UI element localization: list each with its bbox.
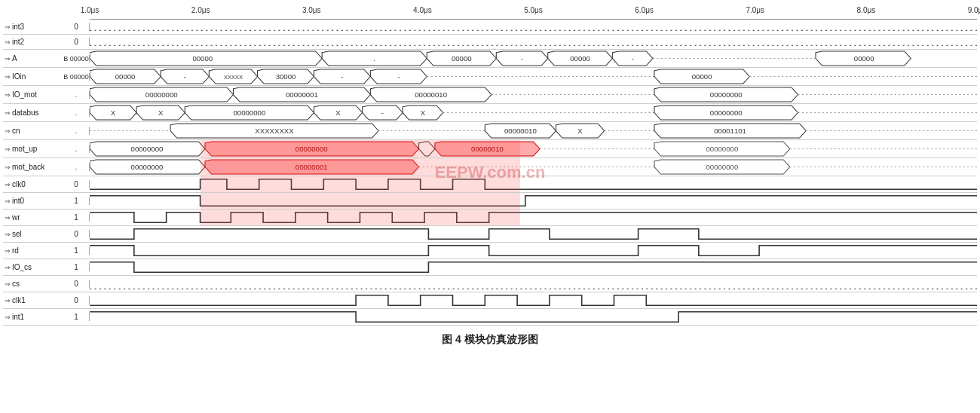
svg-text:X: X — [111, 110, 115, 117]
label-int1: ⇒ int1 — [3, 313, 63, 321]
init-IO_mot: . — [63, 91, 90, 99]
wave-mot_up: 00000000 00000000 00000010 0000000 — [90, 140, 977, 158]
init-int3: 0 — [63, 23, 90, 31]
signal-rows: EEPW.com.cn ⇒ int3 0 ⇒ int2 — [3, 20, 977, 326]
icon-mot_up: ⇒ — [5, 145, 11, 153]
row-cn: ⇒ cn . XXXXXXXX 00000010 X — [3, 122, 977, 140]
icon-A: ⇒ — [5, 55, 11, 63]
row-IO_cs: ⇒ IO_cs 1 — [3, 259, 977, 276]
svg-text:00000000: 00000000 — [710, 110, 743, 117]
row-clk1: ⇒ clk1 0 — [3, 292, 977, 309]
wave-databus: X X 00000000 X - X 00000000 — [90, 104, 977, 121]
tick-2us: 2.0μs — [191, 6, 210, 14]
name-databus: databus — [12, 109, 39, 117]
init-databus: . — [63, 109, 90, 117]
wave-wr — [90, 210, 977, 225]
wave-IOin: 00000 - XXXXX 30000 - - — [90, 68, 977, 85]
row-cs: ⇒ cs 0 — [3, 276, 977, 292]
tick-6us: 6.0μs — [635, 6, 654, 14]
name-mot_back: mot_back — [12, 163, 44, 171]
svg-text:00000000: 00000000 — [233, 110, 265, 117]
label-IOin: ⇒ IOin — [3, 72, 63, 81]
icon-IOin: ⇒ — [5, 73, 11, 81]
svg-text:-: - — [184, 74, 186, 81]
init-int0: 1 — [63, 197, 90, 205]
label-IO_mot: ⇒ IO_mot — [3, 90, 63, 99]
name-A: A — [12, 54, 17, 63]
name-cs: cs — [12, 280, 20, 288]
init-rd: 1 — [63, 246, 90, 255]
wave-int3 — [90, 20, 977, 34]
row-IOin: ⇒ IOin B 00000 00000 - XXXXX 30000 — [3, 68, 977, 86]
icon-int3: ⇒ — [5, 23, 11, 31]
svg-text:-: - — [521, 56, 523, 63]
svg-text:00000: 00000 — [570, 56, 590, 63]
row-databus: ⇒ databus . X X 00000000 X - — [3, 104, 977, 122]
label-A: ⇒ A — [3, 54, 63, 63]
label-clk0: ⇒ clk0 — [3, 180, 63, 188]
tick-4us: 4.0μs — [413, 6, 432, 14]
svg-text:X: X — [158, 110, 163, 117]
init-clk0: 0 — [63, 180, 90, 188]
label-clk1: ⇒ clk1 — [3, 296, 63, 304]
icon-mot_back: ⇒ — [5, 164, 11, 171]
svg-text:XXXXX: XXXXX — [224, 75, 243, 81]
name-clk0: clk0 — [12, 180, 26, 188]
svg-text:00000010: 00000010 — [504, 128, 537, 135]
main-container: 1.0μs 2.0μs 3.0μs 4.0μs 5.0μs 6.0μs 7.0μ… — [0, 0, 980, 350]
tick-1us: 1.0μs — [81, 6, 100, 14]
name-cn: cn — [12, 127, 20, 135]
svg-text:00000000: 00000000 — [131, 164, 164, 171]
label-wr: ⇒ wr — [3, 213, 63, 222]
label-mot_back: ⇒ mot_back — [3, 163, 63, 171]
name-int3: int3 — [12, 23, 24, 31]
svg-text:-: - — [397, 74, 400, 81]
init-A: B 00000 — [63, 55, 90, 63]
label-IO_cs: ⇒ IO_cs — [3, 263, 63, 271]
row-clk0: ⇒ clk0 0 — [3, 176, 977, 193]
init-cs: 0 — [63, 280, 90, 288]
label-int2: ⇒ int2 — [3, 38, 63, 46]
name-IO_cs: IO_cs — [12, 263, 32, 271]
wave-IO_cs — [90, 259, 977, 275]
svg-text:00000010: 00000010 — [415, 92, 447, 99]
wave-sel — [90, 226, 977, 242]
row-mot_up: ⇒ mot_up . 00000000 00000000 — [3, 140, 977, 158]
wave-rd — [90, 243, 977, 259]
name-IO_mot: IO_mot — [12, 90, 37, 99]
svg-text:.: . — [373, 56, 375, 63]
wave-mot_back: 00000000 00000001 00000000 — [90, 158, 977, 176]
svg-text:X: X — [335, 110, 340, 117]
svg-text:00000000: 00000000 — [706, 146, 738, 153]
name-int2: int2 — [12, 38, 24, 46]
init-cn: . — [63, 127, 90, 135]
tick-9us: 9.0μs — [968, 6, 980, 14]
icon-int0: ⇒ — [5, 197, 11, 205]
svg-text:00000: 00000 — [452, 56, 472, 63]
tick-7us: 7.0μs — [746, 6, 764, 14]
svg-text:00000000: 00000000 — [710, 92, 743, 99]
row-wr: ⇒ wr 1 — [3, 210, 977, 226]
icon-sel: ⇒ — [5, 231, 11, 238]
label-cn: ⇒ cn — [3, 127, 63, 135]
name-mot_up: mot_up — [12, 145, 37, 153]
wave-cn: XXXXXXXX 00000010 X 00001101 — [90, 122, 977, 139]
row-int3: ⇒ int3 0 — [3, 20, 977, 35]
icon-wr: ⇒ — [5, 214, 11, 222]
name-int0: int0 — [12, 197, 24, 205]
label-sel: ⇒ sel — [3, 230, 63, 238]
init-wr: 1 — [63, 213, 90, 222]
tick-5us: 5.0μs — [524, 6, 543, 14]
init-mot_back: . — [63, 163, 90, 171]
svg-text:00000: 00000 — [192, 56, 213, 63]
svg-text:00000000: 00000000 — [296, 146, 328, 153]
tick-3us: 3.0μs — [302, 6, 321, 14]
timeline-wrapper: 1.0μs 2.0μs 3.0μs 4.0μs 5.0μs 6.0μs 7.0μ… — [3, 6, 977, 326]
label-rd: ⇒ rd — [3, 246, 63, 255]
svg-marker-75 — [419, 142, 435, 156]
svg-text:-: - — [381, 110, 384, 117]
row-rd: ⇒ rd 1 — [3, 243, 977, 259]
svg-text:00000010: 00000010 — [471, 146, 504, 153]
label-int0: ⇒ int0 — [3, 197, 63, 205]
row-int0: ⇒ int0 1 — [3, 193, 977, 210]
